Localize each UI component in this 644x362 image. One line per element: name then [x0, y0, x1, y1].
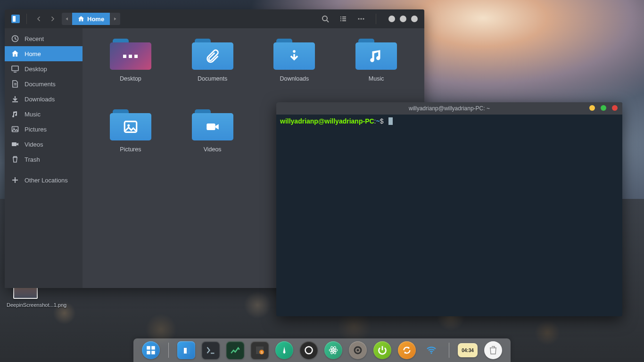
folder-label: Music	[369, 75, 384, 82]
home-icon	[78, 16, 84, 22]
terminal-icon[interactable]	[202, 341, 220, 359]
nav-back-button[interactable]	[33, 13, 45, 25]
breadcrumb-prev-button[interactable]	[62, 16, 72, 21]
file-manager-sidebar: RecentHomeDesktopDocumentsDownloadsMusic…	[5, 28, 83, 288]
nav-forward-button[interactable]	[47, 13, 58, 25]
folder-label: Desktop	[120, 75, 141, 82]
breadcrumb-current[interactable]: Home	[72, 13, 110, 25]
sidebar-item-label: Music	[25, 111, 41, 118]
video-icon	[11, 140, 19, 148]
sidebar-item-label: Downloads	[25, 96, 55, 103]
sidebar-item-label: Home	[25, 50, 41, 58]
music-icon	[11, 110, 19, 118]
window-minimize-button[interactable]	[589, 105, 595, 111]
sidebar-item-home[interactable]: Home	[5, 46, 83, 61]
text-editor-icon[interactable]: S	[251, 341, 269, 359]
atom-icon[interactable]	[324, 341, 342, 359]
desktop-file-label: DeepinScreenshot...1.png	[7, 302, 44, 308]
clip-icon	[205, 48, 221, 64]
trash-icon	[11, 156, 19, 163]
terminal-title-text: willyadrianp@willyadrianp-PC: ~	[409, 105, 490, 112]
plus-icon	[11, 176, 19, 184]
sidebar-item-label: Pictures	[25, 126, 47, 133]
file-manager-app-icon	[11, 15, 20, 23]
window-maximize-button[interactable]	[400, 16, 406, 22]
picture-icon	[11, 125, 19, 133]
folder-icon	[110, 109, 151, 140]
launcher-icon[interactable]	[142, 341, 160, 359]
sidebar-item-label: Videos	[25, 141, 43, 148]
music-player-icon[interactable]	[300, 341, 318, 359]
window-minimize-button[interactable]	[388, 16, 395, 22]
terminal-titlebar[interactable]: willyadrianp@willyadrianp-PC: ~	[276, 102, 622, 115]
sidebar-item-label: Other Locations	[25, 177, 68, 184]
folder-pictures[interactable]: Pictures	[92, 109, 169, 175]
power-icon[interactable]	[373, 341, 391, 359]
system-monitor-icon[interactable]	[226, 341, 244, 359]
sidebar-item-documents[interactable]: Documents	[5, 76, 83, 91]
separator	[26, 14, 27, 24]
picture-icon	[123, 119, 139, 135]
home-icon	[11, 50, 19, 58]
folder-documents[interactable]: Documents	[174, 39, 251, 105]
sidebar-item-label: Documents	[25, 81, 56, 88]
browser-icon[interactable]	[275, 341, 293, 359]
video-icon	[205, 119, 221, 135]
folder-icon	[192, 109, 233, 140]
download-icon	[286, 48, 302, 64]
sidebar-item-trash[interactable]: Trash	[5, 152, 83, 167]
breadcrumb: Home	[62, 13, 120, 25]
trash-icon[interactable]	[484, 341, 502, 359]
sidebar-item-music[interactable]: Music	[5, 107, 83, 122]
prompt-path: ~	[376, 117, 380, 125]
window-close-button[interactable]	[612, 105, 618, 111]
file-manager-icon[interactable]	[177, 341, 195, 359]
sidebar-item-other[interactable]: Other Locations	[5, 173, 83, 188]
settings-icon[interactable]	[349, 341, 367, 359]
sidebar-item-downloads[interactable]: Downloads	[5, 91, 83, 107]
folder-label: Pictures	[120, 146, 141, 153]
hamburger-menu-button[interactable]	[355, 13, 367, 25]
breadcrumb-label: Home	[87, 16, 104, 23]
window-close-button[interactable]	[411, 16, 418, 22]
dock: S 04:34	[133, 338, 511, 362]
sidebar-item-desktop[interactable]: Desktop	[5, 61, 83, 76]
clock-icon	[11, 35, 19, 42]
prompt-user: willyadrianp@willyadrianp-PC	[280, 117, 374, 125]
folder-label: Downloads	[280, 75, 309, 82]
separator	[168, 343, 169, 358]
folder-icon	[110, 39, 151, 70]
download-icon	[11, 95, 19, 103]
clock-widget[interactable]: 04:34	[458, 343, 478, 357]
doc-icon	[11, 80, 19, 88]
folder-desktop[interactable]: Desktop	[92, 39, 169, 105]
separator	[376, 14, 376, 24]
window-maximize-button[interactable]	[601, 105, 606, 111]
sidebar-item-videos[interactable]: Videos	[5, 137, 83, 152]
sidebar-item-pictures[interactable]: Pictures	[5, 122, 83, 137]
folder-icon	[355, 39, 397, 70]
folder-label: Documents	[198, 75, 227, 82]
search-button[interactable]	[319, 13, 331, 25]
sidebar-item-label: Trash	[25, 156, 40, 163]
folder-music[interactable]: Music	[338, 39, 415, 105]
folder-icon	[273, 39, 315, 70]
file-manager-titlebar[interactable]: Home	[5, 9, 424, 28]
svg-text:S: S	[261, 351, 263, 354]
breadcrumb-next-button[interactable]	[110, 16, 120, 21]
folder-videos[interactable]: Videos	[174, 109, 251, 175]
monitor-icon	[11, 65, 19, 73]
view-list-button[interactable]	[337, 13, 349, 25]
folder-downloads[interactable]: Downloads	[256, 39, 333, 105]
terminal-body[interactable]: willyadrianp@willyadrianp-PC:~$	[276, 115, 622, 316]
terminal-window: willyadrianp@willyadrianp-PC: ~ willyadr…	[276, 102, 622, 316]
terminal-cursor	[388, 117, 393, 125]
separator	[449, 343, 449, 358]
updater-icon[interactable]	[398, 341, 416, 359]
sidebar-item-label: Recent	[25, 35, 44, 42]
sidebar-item-label: Desktop	[25, 66, 47, 73]
sidebar-item-recent[interactable]: Recent	[5, 31, 83, 46]
folder-label: Videos	[204, 146, 222, 153]
wifi-icon[interactable]	[422, 341, 440, 359]
folder-icon	[192, 39, 233, 70]
